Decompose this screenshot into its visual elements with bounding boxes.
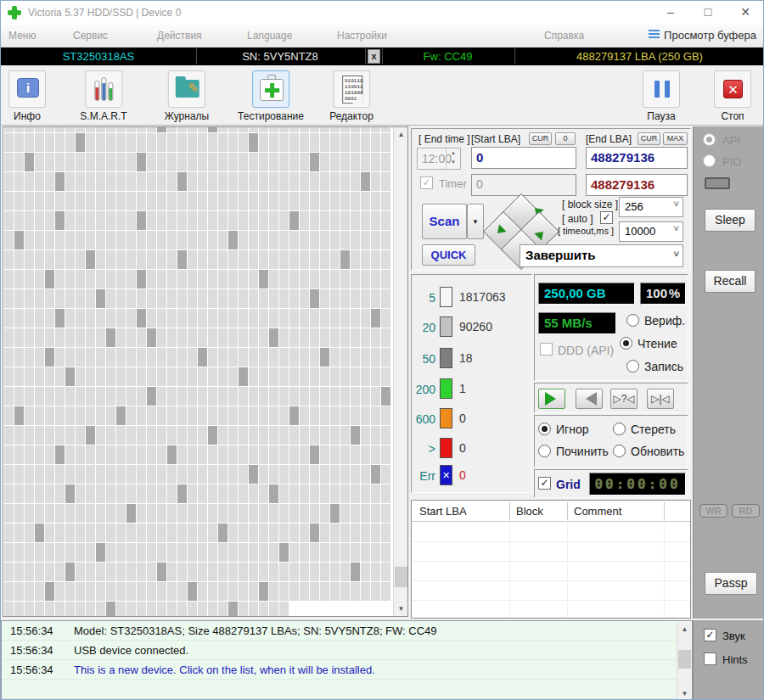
scan-cell [116,192,126,210]
scan-button[interactable]: Scan [422,204,467,239]
pause-button[interactable]: Пауза [643,70,680,122]
ignore-radio[interactable] [538,423,551,435]
scan-cell [65,426,75,445]
menu-item-actions[interactable]: Действия [157,30,202,42]
end-max-button[interactable]: MAX [663,132,688,145]
seek-test-button[interactable]: ▷?◁ [610,389,638,409]
scan-cell-slow [106,328,115,347]
log-scrollbar[interactable]: ▲ ▼ [677,622,691,700]
play-button[interactable] [538,389,565,409]
scan-cell [239,153,248,171]
journals-button[interactable]: Журналы [165,70,209,122]
scan-cell [25,367,34,386]
finish-action-select[interactable]: Завершить˅ [520,244,683,267]
scan-scrollbar[interactable]: ▲ ▼ [393,127,407,616]
grid-checkbox[interactable]: ✓ [538,477,551,490]
scan-cell [25,484,34,503]
erase-radio[interactable] [613,423,626,435]
start-cur-button[interactable]: CUR [529,132,552,145]
passp-button[interactable]: Passp [705,572,757,595]
scan-cell [269,153,278,171]
menu-item-help[interactable]: Справка [544,30,584,42]
start-lba-input[interactable]: 0 [471,147,576,169]
recall-button[interactable]: Recall [705,270,756,293]
scan-cell [249,582,258,601]
seek-end-button[interactable]: ▷|◁ [647,389,674,409]
testing-button[interactable]: Тестирование [238,70,304,122]
auto-checkbox[interactable]: ✓ [600,211,613,224]
info-button[interactable]: i Инфо [8,70,46,122]
scan-cell [361,582,370,601]
close-button[interactable]: ✕ [727,1,763,25]
scan-cell [188,504,197,523]
scroll-down-icon[interactable]: ▼ [677,686,692,700]
menu-item-settings[interactable]: Настройки [337,30,387,42]
smart-button[interactable]: S.M.A.R.T [80,70,126,122]
scan-cell [228,543,238,562]
scroll-down-icon[interactable]: ▼ [394,602,408,616]
stat-threshold-label: 50 [422,352,435,366]
defect-table[interactable]: Start LBA Block Comment [411,500,691,619]
scan-cell [147,563,156,581]
scroll-thumb[interactable] [395,567,407,587]
log-entry[interactable]: 15:56:34Model: ST3250318AS; Size 4882791… [2,621,692,641]
read-radio[interactable] [620,337,632,350]
end-lba-repeat-field: 488279136 [586,174,688,196]
log-entry[interactable]: 15:56:34This is a new device. Click on t… [2,660,692,680]
editor-button[interactable]: 0101101100111010000001 Редактор [329,70,374,122]
scan-cell [361,250,370,269]
timer-label: Timer [439,177,467,190]
repair-radio[interactable] [538,445,551,457]
menu-item-service[interactable]: Сервис [73,30,108,42]
scan-cell [239,406,248,425]
scan-cell-slow [167,445,177,464]
scan-dropdown-button[interactable]: ▼ [467,204,484,239]
sleep-button[interactable]: Sleep [705,209,756,232]
scroll-up-icon[interactable]: ▲ [677,622,692,636]
end-time-spinner[interactable]: 12:00 ▲▼ [417,148,461,170]
col-comment[interactable]: Comment [574,505,621,518]
minimize-button[interactable]: – [653,1,688,25]
scan-cell [45,172,54,191]
device-model[interactable]: ST3250318AS [1,50,196,63]
col-block[interactable]: Block [516,505,543,518]
scan-cell [228,348,238,367]
scan-grid-viewport[interactable] [4,127,393,616]
menu-item-menu[interactable]: Меню [8,30,36,42]
scan-cell [289,602,299,616]
maximize-button[interactable]: □ [690,1,726,25]
scroll-thumb[interactable] [678,650,691,669]
log-entry[interactable]: 15:56:34USB device connected. [2,641,692,660]
stop-button[interactable]: ✕ Стоп [714,70,751,122]
col-start-lba[interactable]: Start LBA [419,505,467,518]
quick-button[interactable]: QUICK [422,244,475,266]
refresh-radio[interactable] [613,445,626,457]
buffer-view-button[interactable]: Просмотр буфера [649,29,756,42]
end-cur-button[interactable]: CUR [638,132,660,145]
device-close-button[interactable]: x [368,49,380,64]
scan-cell [167,387,177,406]
log-box[interactable]: 15:56:34Model: ST3250318AS; Size 4882791… [1,620,693,700]
stat-row: 6000 [412,408,531,430]
start-zero-button[interactable]: 0 [555,132,576,145]
scan-cell [269,367,278,386]
block-size-select[interactable]: 256˅ [619,197,683,217]
back-button[interactable] [576,389,603,409]
scan-cell [289,543,299,562]
scan-cell [351,127,360,132]
sound-checkbox[interactable]: ✓ [704,629,716,641]
timeout-select[interactable]: 10000˅ [619,221,683,242]
scan-cell [381,504,390,523]
scan-cell-slow [371,465,380,484]
verify-radio[interactable] [626,314,639,327]
scan-cell [361,231,370,249]
scan-cell-slow [310,289,319,308]
spinner-arrows-icon[interactable]: ▲▼ [446,148,460,169]
scroll-up-icon[interactable]: ▲ [394,127,408,142]
write-radio[interactable] [626,360,639,372]
scan-cell [76,328,85,347]
hints-checkbox[interactable] [704,652,716,665]
menu-item-language[interactable]: Language [247,30,292,42]
end-lba-input[interactable]: 488279136 [586,147,688,169]
scan-cell [340,582,350,601]
